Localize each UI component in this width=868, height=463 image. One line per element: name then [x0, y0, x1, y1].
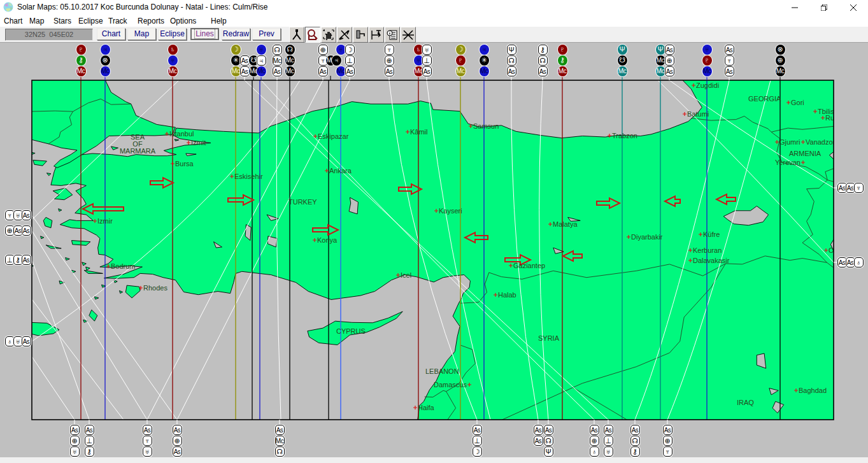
marker-bottom-749-As: As	[473, 425, 482, 435]
marker-top-435-☊: ☊	[273, 45, 282, 55]
city-label-Küfre: Küfre	[703, 231, 720, 238]
prev-button[interactable]: Prev	[252, 28, 281, 40]
marker-top-723-♇: ♇	[456, 55, 466, 66]
marker-left-338-As: As	[22, 210, 31, 220]
marker-top-370-Mc: Mc	[231, 66, 241, 76]
marker-top-977-Ψ: Ψ	[618, 45, 627, 55]
marker-bottom-955-⊥: ⊥	[604, 436, 613, 446]
marker-top-803-Ψ: Ψ	[507, 45, 516, 55]
marker-bottom-140-⚷: ⚷	[85, 446, 94, 457]
menu-stars[interactable]: Stars	[53, 17, 71, 25]
city-label-Bursa: Bursa	[175, 160, 194, 167]
menu-options[interactable]: Options	[170, 17, 196, 25]
marker-top-883-Mc: Mc	[558, 66, 567, 76]
city-label-Kâmil: Kâmil	[410, 128, 428, 136]
marker-top-723-☽: ☽	[456, 45, 466, 55]
eclipse-button[interactable]: Eclipse	[158, 28, 187, 40]
zoom-tool-icon[interactable]	[305, 27, 320, 43]
marker-top-1225-Mc: Mc	[776, 66, 785, 76]
marker-top-455-Mc: Mc	[285, 66, 295, 76]
marker-top-410-♃: ♃	[257, 55, 266, 66]
marker-top-528-♃: ♃	[332, 55, 341, 66]
info-tool-icon[interactable]	[385, 27, 400, 43]
marker-bottom-955-As: As	[604, 425, 613, 435]
lines-tool-icon[interactable]	[401, 27, 416, 43]
marker-bottom-1048-⊕: ⊕	[663, 436, 672, 446]
marker-bottom-933-As: As	[590, 425, 599, 435]
region-label-LEBANON: LEBANON	[425, 367, 459, 375]
region-label-TURKEY: TURKEY	[288, 198, 317, 206]
menu-chart[interactable]: Chart	[4, 17, 22, 25]
city-label-Ankara: Ankara	[329, 167, 352, 175]
city-label-Halab: Halab	[498, 291, 516, 299]
city-label-Icel: Icel	[401, 271, 411, 279]
city-label-Vanadzor: Vanadzor	[806, 138, 836, 146]
marker-top-271-Mc: Mc	[168, 66, 178, 76]
city-label-Rustavi: Rustavi	[825, 114, 849, 122]
menu-bar: ChartMapStarsEclipseTrackReportsOptionsH…	[0, 15, 868, 27]
marker-left-536-As: As	[22, 336, 31, 346]
marker-top-723-Mc: Mc	[456, 66, 466, 76]
marker-top-535-♅: ♅	[336, 45, 346, 55]
coordinate-readout: 32N25 045E02	[5, 29, 93, 41]
city-label-Kerburan: Kerburan	[693, 246, 722, 254]
close-button[interactable]	[839, 0, 868, 15]
marker-top-271-♅: ♅	[168, 55, 178, 66]
marker-top-535-Mc: Mc	[336, 66, 346, 76]
marker-top-1110-♇: ♇	[702, 55, 712, 66]
marker-bottom-140-⊥: ⊥	[85, 436, 94, 446]
marker-bottom-997-As: As	[630, 425, 640, 435]
marker-top-611-⊕: ⊕	[385, 55, 394, 66]
marker-top-384-As: As	[240, 66, 250, 76]
window-bottom-edge	[0, 457, 868, 463]
title-bar: Solar Maps: 05.10.2017 Koc Burcunda Dolu…	[0, 0, 868, 15]
city-label-Izmit: Izmit	[191, 139, 206, 146]
step-tool-icon[interactable]	[369, 27, 384, 43]
marker-bottom-845-As: As	[534, 436, 543, 446]
menu-eclipse[interactable]: Eclipse	[78, 17, 103, 25]
plot-tool-icon[interactable]	[289, 27, 304, 43]
marker-top-507-⊕: ⊕	[318, 45, 328, 55]
marker-top-670-⊥: ⊥	[422, 55, 432, 66]
minimize-button[interactable]	[780, 0, 809, 15]
marker-top-549-As: As	[345, 66, 355, 76]
marker-bottom-861-☊: ☊	[544, 436, 553, 446]
city-label-Rhodes: Rhodes	[143, 284, 167, 292]
toolbar: 32N25 045E02 ChartMapEclipseLinesRedrawP…	[0, 27, 868, 43]
marker-top-1110-♅: ♅	[702, 45, 712, 55]
lines-button[interactable]: Lines	[190, 28, 219, 40]
marker-right-295-♆: ♆	[854, 183, 864, 193]
menu-track[interactable]: Track	[108, 17, 127, 25]
marker-top-611-As: As	[385, 66, 394, 76]
map-area[interactable]: IstanbulIzmitBursaEskisehirEskipazarAnka…	[30, 78, 858, 423]
marker-top-1051-As: As	[665, 66, 674, 76]
marker-top-271-♄: ♄	[168, 45, 178, 55]
marker-top-370-☽: ☽	[231, 45, 241, 55]
region-label-ARMENIA: ARMENIA	[789, 150, 822, 157]
restore-button[interactable]	[809, 0, 839, 15]
paint-tool-icon[interactable]	[353, 27, 368, 43]
marker-top-127-Mc: Mc	[76, 66, 86, 76]
marker-top-1051-As: As	[665, 45, 674, 55]
chart-button[interactable]: Chart	[97, 28, 125, 40]
region-label-MARMARA: MARMARA	[120, 147, 156, 155]
city-label-Orumiyeh: Orumiyeh	[829, 246, 859, 254]
marker-bottom-933-⊕: ⊕	[590, 436, 599, 446]
marker-bottom-117-As: As	[70, 425, 80, 435]
menu-help[interactable]: Help	[211, 17, 227, 25]
menu-map[interactable]: Map	[29, 17, 44, 25]
marker-top-760-♃: ♃	[480, 45, 489, 55]
marker-top-507-As: As	[318, 66, 328, 76]
menu-reports[interactable]: Reports	[138, 17, 164, 25]
marker-bottom-861-Ψ: Ψ	[544, 446, 553, 457]
marker-left-408-As: As	[22, 255, 31, 265]
map-button[interactable]: Map	[127, 28, 156, 40]
city-label-Gjumri: Gjumri	[779, 138, 800, 146]
marker-top-803-☊: ☊	[507, 55, 516, 66]
pan-tool-icon[interactable]	[321, 27, 336, 43]
marker-top-977-☋: ☋	[618, 55, 627, 66]
travel-tool-icon[interactable]	[337, 27, 352, 43]
redraw-button[interactable]: Redraw	[222, 28, 250, 40]
region-label-SYRIA: SYRIA	[538, 334, 560, 342]
marker-top-370-✳: ✳	[231, 55, 241, 66]
